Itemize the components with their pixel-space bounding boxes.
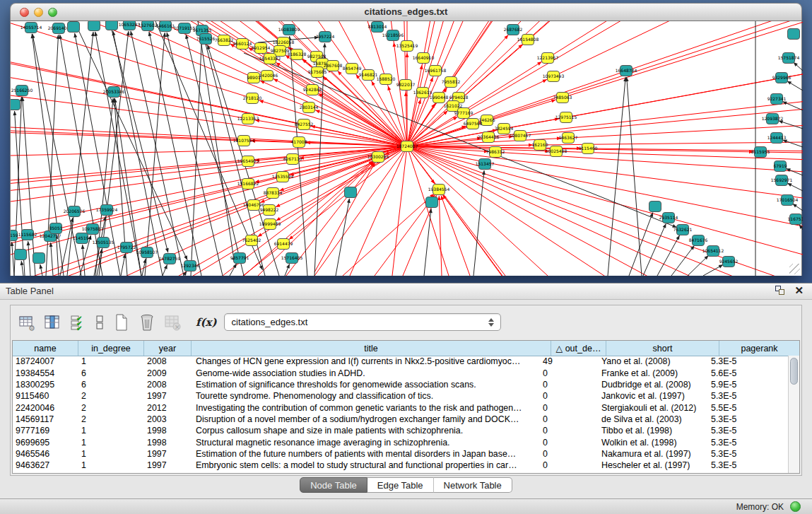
column-header[interactable]: year bbox=[144, 341, 192, 356]
minimize-window-button[interactable] bbox=[34, 8, 43, 17]
column-header[interactable]: in_degree bbox=[78, 341, 144, 356]
new-table-icon[interactable] bbox=[111, 312, 132, 333]
graph-node[interactable]: 6914479 bbox=[274, 239, 293, 250]
graph-node[interactable]: 1292346 bbox=[181, 261, 200, 271]
graph-node[interactable]: 13525419 bbox=[396, 41, 418, 52]
graph-node[interactable] bbox=[649, 201, 661, 212]
graph-node[interactable]: 8471676 bbox=[689, 235, 708, 246]
graph-node[interactable] bbox=[68, 22, 80, 33]
graph-node[interactable]: 7955812 bbox=[442, 77, 461, 88]
table-row[interactable]: 2242004622012Investigating the contribut… bbox=[13, 402, 788, 413]
graph-node[interactable]: 10025488 bbox=[546, 146, 567, 157]
graph-node[interactable]: 1990448 bbox=[430, 93, 449, 103]
select-rows-icon[interactable]: ✔✔✔ bbox=[67, 312, 88, 333]
graph-node[interactable]: 85051 bbox=[49, 223, 62, 234]
graph-node[interactable]: 1588520 bbox=[377, 74, 396, 85]
graph-node[interactable]: 9227341 bbox=[767, 94, 787, 105]
window-titlebar[interactable]: citations_edges.txt bbox=[10, 3, 802, 21]
graph-node[interactable]: 6466161 bbox=[156, 21, 175, 32]
graph-node[interactable]: 7986312 bbox=[486, 147, 505, 158]
graph-node[interactable]: 15751874 bbox=[778, 53, 800, 64]
graph-node[interactable]: 20691406 bbox=[48, 23, 70, 34]
graph-node[interactable]: 8427552 bbox=[295, 119, 314, 130]
delete-table-icon[interactable]: ✕ bbox=[162, 312, 183, 333]
graph-node[interactable]: 14055714 bbox=[20, 23, 42, 33]
float-panel-icon[interactable] bbox=[775, 286, 784, 295]
graph-node[interactable]: 19218596 bbox=[382, 30, 404, 41]
graph-node[interactable]: 8186328 bbox=[288, 49, 307, 60]
graph-node[interactable]: 8912954 bbox=[252, 43, 271, 54]
row-height-icon[interactable] bbox=[93, 312, 107, 333]
graph-node[interactable]: 12975115 bbox=[555, 112, 577, 123]
close-window-button[interactable] bbox=[20, 8, 29, 17]
window-resize-grip[interactable] bbox=[789, 264, 800, 274]
table-row[interactable]: 969969511998Structural magnetic resonanc… bbox=[13, 436, 788, 448]
table-row[interactable]: 1456911722003Disruption of a novel membe… bbox=[13, 414, 788, 425]
table-settings-icon[interactable]: ⚙ bbox=[16, 312, 37, 333]
graph-node[interactable]: 1244413 bbox=[767, 133, 787, 144]
graph-node[interactable] bbox=[788, 29, 800, 40]
column-header[interactable]: △ out_de… bbox=[551, 341, 606, 356]
table-row[interactable]: 977716911998Corpus callosum shape and si… bbox=[13, 425, 788, 436]
graph-node[interactable]: 2687682 bbox=[504, 25, 523, 35]
graph-node[interactable]: 10807467 bbox=[510, 131, 531, 141]
graph-node[interactable] bbox=[426, 197, 438, 208]
graph-node[interactable]: 15716485 bbox=[281, 253, 303, 264]
graph-node[interactable]: 67919 bbox=[773, 161, 787, 172]
graph-node[interactable]: 12093872 bbox=[762, 114, 784, 124]
network-window[interactable]: citations_edges.txt 14055714206914061065… bbox=[10, 3, 802, 276]
table-row[interactable]: 1830029562008Estimation of significance … bbox=[13, 379, 788, 390]
table-selector-combobox[interactable]: citations_edges.txt bbox=[224, 313, 501, 331]
graph-node[interactable]: 39159 bbox=[11, 230, 18, 241]
scrollbar-thumb[interactable] bbox=[790, 358, 798, 385]
graph-node[interactable]: 16782759 bbox=[159, 254, 181, 264]
column-header[interactable]: name bbox=[13, 341, 78, 356]
tab-node-table[interactable]: Node Table bbox=[300, 477, 367, 493]
delete-rows-icon[interactable] bbox=[136, 312, 158, 333]
graph-node[interactable] bbox=[15, 250, 27, 260]
vertical-scrollbar[interactable] bbox=[788, 356, 799, 473]
graph-node[interactable]: 1115682 bbox=[18, 230, 37, 240]
graph-node[interactable]: 116753 bbox=[788, 214, 803, 225]
graph-node[interactable]: 10653287 bbox=[119, 21, 141, 30]
close-panel-icon[interactable]: ✕ bbox=[794, 286, 804, 295]
graph-node[interactable] bbox=[11, 100, 20, 110]
graph-node[interactable]: 9146821 bbox=[359, 70, 378, 81]
table-row[interactable]: 911546021997Tourette syndrome. Phenomeno… bbox=[13, 390, 788, 402]
network-view[interactable]: 1405571420691406106532871527602646616110… bbox=[10, 21, 802, 276]
table-row[interactable]: 1938455462009Genome-wide association stu… bbox=[13, 367, 788, 378]
graph-node[interactable]: 25166250 bbox=[11, 86, 33, 96]
network-canvas[interactable]: 1405571420691406106532871527602646616110… bbox=[11, 21, 803, 276]
graph-node[interactable]: 7632621 bbox=[673, 225, 693, 235]
graph-node[interactable] bbox=[106, 21, 118, 30]
graph-node[interactable]: 2718120 bbox=[243, 93, 262, 104]
select-column-icon[interactable] bbox=[42, 312, 63, 333]
graph-node[interactable]: 1513457 bbox=[476, 159, 495, 170]
graph-node[interactable]: 16648784 bbox=[616, 66, 637, 76]
graph-node[interactable]: 8878334 bbox=[264, 188, 283, 199]
zoom-window-button[interactable] bbox=[48, 8, 57, 17]
table-row[interactable]: 946362711997Embryonic stem cells: a mode… bbox=[13, 460, 788, 471]
graph-node[interactable]: 2803144 bbox=[300, 103, 319, 113]
graph-node[interactable]: 8115955 bbox=[751, 147, 770, 158]
column-header[interactable]: short bbox=[606, 341, 719, 356]
tab-edge-table[interactable]: Edge Table bbox=[367, 477, 434, 493]
function-builder-icon[interactable]: f(x) bbox=[196, 316, 217, 329]
graph-node[interactable]: 16640910 bbox=[413, 53, 435, 64]
graph-node[interactable] bbox=[33, 253, 45, 264]
graph-node[interactable]: 12213967 bbox=[537, 53, 559, 64]
graph-node[interactable]: 19384554 bbox=[428, 185, 450, 195]
graph-node[interactable]: 417008 bbox=[291, 137, 307, 148]
column-header[interactable]: pagerank bbox=[719, 341, 799, 356]
graph-node[interactable] bbox=[345, 187, 357, 198]
table-row[interactable]: 1872400712008Changes of HCN gene express… bbox=[13, 356, 788, 367]
graph-node[interactable]: 1527602 bbox=[139, 21, 158, 31]
graph-node[interactable]: 10654112 bbox=[702, 246, 724, 257]
graph-node[interactable]: 20364436 bbox=[478, 132, 500, 143]
graph-node[interactable]: 17359924 bbox=[96, 205, 118, 216]
graph-node[interactable] bbox=[88, 21, 100, 31]
graph-node[interactable]: 7485063 bbox=[553, 93, 572, 103]
graph-node[interactable]: 98901 bbox=[247, 73, 260, 83]
graph-node[interactable]: 16154808 bbox=[517, 35, 539, 45]
tab-network-table[interactable]: Network Table bbox=[434, 477, 512, 493]
